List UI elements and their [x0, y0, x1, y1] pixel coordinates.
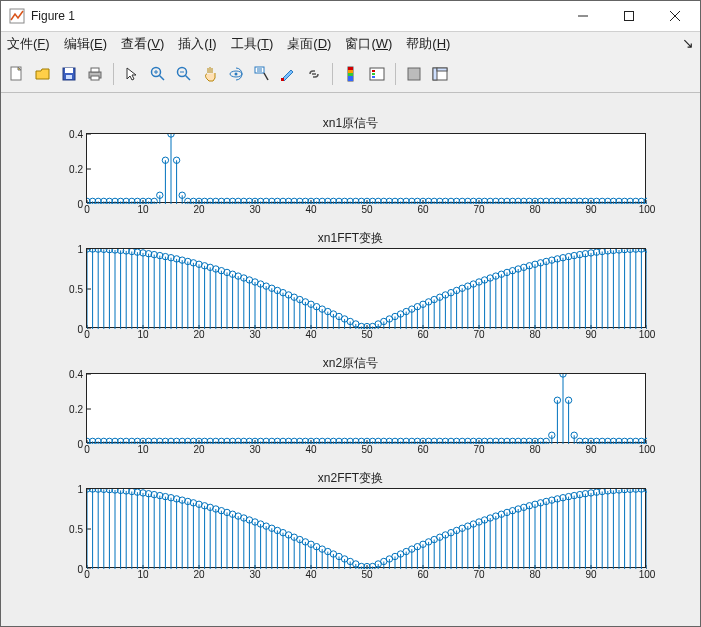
maximize-button[interactable]	[606, 1, 652, 31]
menu-tools[interactable]: 工具(T)	[231, 35, 274, 53]
axes-ax1[interactable]: 00.20.40102030405060708090100	[86, 133, 646, 203]
new-figure-icon[interactable]	[5, 62, 29, 86]
svg-line-13	[160, 76, 165, 81]
close-button[interactable]	[652, 1, 698, 31]
menu-view[interactable]: 查看(V)	[121, 35, 164, 53]
axes-title: xn1原信号	[1, 115, 700, 132]
menu-window[interactable]: 窗口(W)	[345, 35, 392, 53]
figure-window: Figure 1 文件(F) 编辑(E) 查看(V) 插入(I) 工具(T) 桌…	[0, 0, 701, 627]
ytick: 0.5	[69, 284, 87, 295]
stem-plot	[87, 249, 647, 329]
svg-rect-30	[348, 73, 353, 76]
zoom-in-icon[interactable]	[146, 62, 170, 86]
brush-icon[interactable]	[276, 62, 300, 86]
zoom-out-icon[interactable]	[172, 62, 196, 86]
figure-canvas[interactable]: xn1原信号00.20.40102030405060708090100xn1FF…	[1, 93, 700, 626]
window-title: Figure 1	[31, 9, 75, 23]
svg-rect-7	[65, 68, 73, 73]
insert-colorbar-icon[interactable]	[339, 62, 363, 86]
svg-point-20	[235, 73, 238, 76]
datacursor-icon[interactable]	[250, 62, 274, 86]
open-icon[interactable]	[31, 62, 55, 86]
insert-legend-icon[interactable]	[365, 62, 389, 86]
menu-desktop[interactable]: 桌面(D)	[287, 35, 331, 53]
svg-rect-39	[437, 68, 447, 71]
hide-plot-tools-icon[interactable]	[402, 62, 426, 86]
ytick: 0.4	[69, 369, 87, 380]
menubar: 文件(F) 编辑(E) 查看(V) 插入(I) 工具(T) 桌面(D) 窗口(W…	[1, 32, 700, 56]
show-plot-tools-icon[interactable]	[428, 62, 452, 86]
axes-title: xn2FFT变换	[1, 470, 700, 487]
svg-rect-21	[255, 67, 264, 73]
svg-rect-2	[625, 12, 634, 21]
minimize-button[interactable]	[560, 1, 606, 31]
svg-rect-28	[348, 67, 353, 70]
toolbar-separator	[395, 63, 396, 85]
axes-ax4[interactable]: 00.510102030405060708090100	[86, 488, 646, 568]
axes-ax2[interactable]: 00.510102030405060708090100	[86, 248, 646, 328]
svg-line-17	[186, 76, 191, 81]
svg-rect-29	[348, 70, 353, 73]
svg-rect-10	[91, 68, 99, 72]
svg-rect-11	[91, 76, 99, 80]
svg-rect-25	[281, 78, 284, 81]
svg-rect-31	[348, 76, 353, 81]
stem-plot	[87, 134, 647, 204]
ytick: 0.2	[69, 164, 87, 175]
stem-plot	[87, 374, 647, 444]
ytick: 1	[77, 484, 87, 495]
dock-arrow-icon[interactable]: ↘	[682, 35, 694, 51]
save-icon[interactable]	[57, 62, 81, 86]
menu-insert[interactable]: 插入(I)	[178, 35, 216, 53]
toolbar-separator	[113, 63, 114, 85]
axes-title: xn1FFT变换	[1, 230, 700, 247]
ytick: 0.4	[69, 129, 87, 140]
pointer-icon[interactable]	[120, 62, 144, 86]
toolbar	[1, 56, 700, 93]
ytick: 0.2	[69, 404, 87, 415]
toolbar-separator	[332, 63, 333, 85]
svg-rect-36	[408, 68, 420, 80]
stem-plot	[87, 489, 647, 569]
link-icon[interactable]	[302, 62, 326, 86]
menu-edit[interactable]: 编辑(E)	[64, 35, 107, 53]
pan-icon[interactable]	[198, 62, 222, 86]
ytick: 1	[77, 244, 87, 255]
svg-rect-8	[66, 75, 72, 79]
ytick: 0.5	[69, 524, 87, 535]
axes-ax3[interactable]: 00.20.40102030405060708090100	[86, 373, 646, 443]
print-icon[interactable]	[83, 62, 107, 86]
axes-title: xn2原信号	[1, 355, 700, 372]
menu-file[interactable]: 文件(F)	[7, 35, 50, 53]
titlebar[interactable]: Figure 1	[1, 1, 700, 32]
svg-rect-38	[433, 68, 437, 80]
matlab-figure-icon	[9, 8, 25, 24]
svg-line-24	[264, 73, 268, 80]
rotate3d-icon[interactable]	[224, 62, 248, 86]
menu-help[interactable]: 帮助(H)	[406, 35, 450, 53]
